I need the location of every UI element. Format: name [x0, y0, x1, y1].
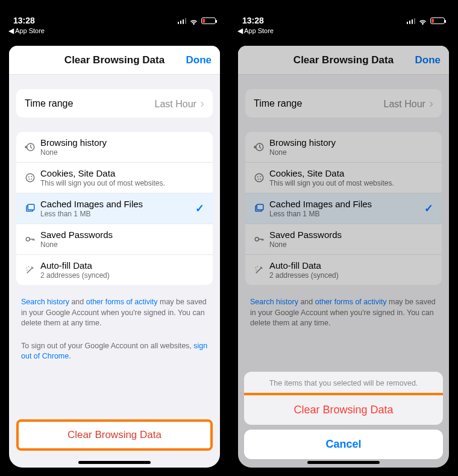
svg-point-5: [31, 178, 32, 180]
item-title: Cookies, Site Data: [40, 168, 204, 178]
cookie-icon: [25, 172, 40, 183]
item-browsing-history[interactable]: Browsing historyNone: [16, 132, 213, 162]
checkmark-icon: ✓: [195, 202, 204, 215]
footer-note-2: To sign out of your Google Account on al…: [21, 341, 208, 362]
item-cached-images[interactable]: Cached Images and FilesLess than 1 MB ✓: [245, 193, 442, 224]
item-autofill[interactable]: Auto-fill Data2 addresses (synced): [16, 254, 213, 285]
history-icon: [25, 142, 40, 152]
chevron-right-icon: ›: [200, 96, 204, 110]
item-title: Saved Passwords: [269, 230, 433, 240]
item-title: Saved Passwords: [40, 230, 204, 240]
item-sub: 2 addresses (synced): [40, 271, 204, 280]
item-title: Browsing history: [40, 137, 204, 148]
time-range-label: Time range: [254, 98, 302, 109]
item-sub: None: [269, 240, 433, 249]
key-icon: [25, 234, 40, 245]
item-sub: None: [269, 148, 433, 157]
item-cached-images[interactable]: Cached Images and FilesLess than 1 MB ✓: [16, 193, 213, 224]
images-icon: [25, 203, 40, 214]
item-title: Auto-fill Data: [40, 260, 204, 271]
item-browsing-history[interactable]: Browsing historyNone: [245, 132, 442, 162]
done-button[interactable]: Done: [186, 54, 212, 66]
page-title: Clear Browsing Data: [293, 54, 394, 66]
search-history-link[interactable]: Search history: [21, 298, 69, 306]
home-indicator: [78, 461, 151, 464]
history-icon: [254, 142, 269, 152]
time-range-value: Last Hour: [384, 99, 425, 109]
svg-point-8: [26, 237, 30, 241]
item-passwords[interactable]: Saved PasswordsNone: [16, 224, 213, 254]
back-app-label: App Store: [15, 27, 45, 34]
wand-icon: [254, 265, 269, 275]
time-range-value: Last Hour: [155, 99, 196, 109]
back-to-app[interactable]: ◀ App Store: [0, 26, 229, 35]
wand-icon: [25, 265, 40, 275]
other-activity-link[interactable]: other forms of activity: [315, 298, 387, 306]
svg-point-13: [258, 178, 259, 180]
svg-rect-16: [257, 204, 263, 210]
battery-icon: [201, 17, 216, 24]
item-sub: This will sign you out of most websites.: [269, 179, 433, 187]
item-cookies[interactable]: Cookies, Site DataThis will sign you out…: [245, 162, 442, 193]
svg-point-3: [31, 176, 32, 177]
svg-point-10: [255, 174, 263, 182]
cta-label: Clear Browsing Data: [67, 429, 162, 440]
item-passwords[interactable]: Saved PasswordsNone: [245, 224, 442, 254]
status-bar: 13:28: [229, 15, 458, 26]
action-sheet-message: The items that you selected will be remo…: [244, 372, 443, 395]
item-title: Cached Images and Files: [40, 199, 195, 209]
clear-browsing-data-button[interactable]: Clear Browsing Data: [16, 419, 213, 451]
images-icon: [254, 203, 269, 214]
svg-point-14: [260, 178, 261, 180]
item-title: Cookies, Site Data: [269, 168, 433, 178]
back-app-label: App Store: [244, 27, 274, 34]
cookie-icon: [254, 172, 269, 183]
svg-rect-7: [28, 204, 34, 210]
modal-header: Clear Browsing Data Done: [9, 46, 220, 75]
item-cookies[interactable]: Cookies, Site DataThis will sign you out…: [16, 162, 213, 193]
search-history-link[interactable]: Search history: [250, 298, 298, 306]
item-title: Browsing history: [269, 137, 433, 148]
svg-point-1: [26, 174, 34, 182]
signal-icon: [407, 17, 416, 24]
confirm-action-sheet: The items that you selected will be remo…: [244, 372, 443, 459]
item-sub: This will sign you out of most websites.: [40, 179, 204, 187]
page-title: Clear Browsing Data: [64, 54, 165, 66]
chevron-right-icon: ›: [429, 96, 433, 110]
item-sub: None: [40, 148, 204, 157]
back-chevron-icon: ◀: [8, 27, 14, 35]
status-time: 13:28: [242, 16, 264, 25]
wifi-icon: [189, 17, 198, 24]
svg-point-11: [257, 177, 259, 178]
item-title: Cached Images and Files: [269, 199, 424, 209]
back-to-app[interactable]: ◀ App Store: [229, 26, 458, 35]
item-sub: 2 addresses (synced): [269, 271, 433, 280]
done-button[interactable]: Done: [415, 54, 441, 66]
confirm-clear-button[interactable]: Clear Browsing Data: [244, 393, 443, 425]
item-autofill[interactable]: Auto-fill Data2 addresses (synced): [245, 254, 442, 285]
cancel-button[interactable]: Cancel: [244, 430, 443, 459]
svg-point-4: [29, 178, 30, 180]
back-chevron-icon: ◀: [237, 27, 243, 35]
item-sub: Less than 1 MB: [269, 210, 424, 218]
time-range-row[interactable]: Time range Last Hour ›: [16, 89, 213, 117]
wifi-icon: [418, 17, 427, 24]
footer-note-1: Search history and other forms of activi…: [250, 297, 437, 329]
status-time: 13:28: [13, 16, 35, 25]
svg-point-17: [255, 237, 259, 241]
svg-point-12: [260, 176, 261, 177]
status-bar: 13:28: [0, 15, 229, 26]
key-icon: [254, 234, 269, 245]
signal-icon: [178, 17, 187, 24]
battery-icon: [430, 17, 445, 24]
time-range-row[interactable]: Time range Last Hour ›: [245, 89, 442, 117]
item-sub: None: [40, 240, 204, 249]
modal-header: Clear Browsing Data Done: [238, 46, 449, 75]
other-activity-link[interactable]: other forms of activity: [86, 298, 158, 306]
home-indicator: [307, 461, 380, 464]
checkmark-icon: ✓: [424, 202, 433, 215]
item-title: Auto-fill Data: [269, 260, 433, 271]
footer-note-1: Search history and other forms of activi…: [21, 297, 208, 329]
svg-point-2: [28, 177, 30, 178]
time-range-label: Time range: [25, 98, 73, 109]
